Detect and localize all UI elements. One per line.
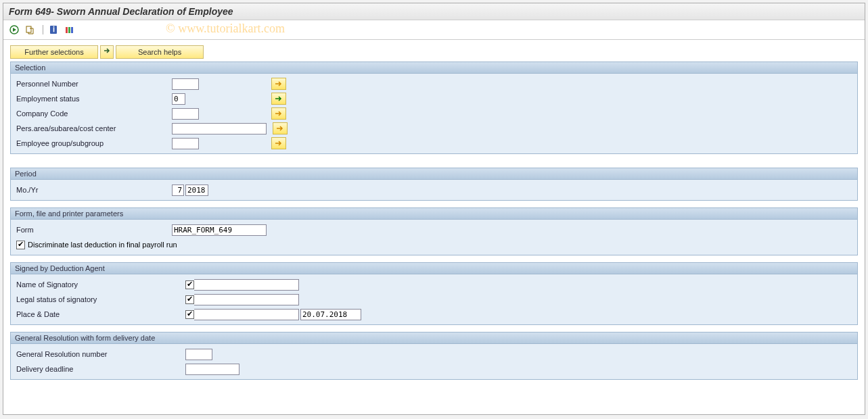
row-company-code: Company Code	[16, 106, 852, 121]
group-selection: Selection Personnel Number Employment st…	[10, 61, 858, 154]
sap-window: Form 649- Sworn Annual Declaration of Em…	[3, 3, 865, 415]
year-input[interactable]	[185, 184, 208, 196]
get-variant-icon[interactable]	[24, 24, 35, 35]
deadline-label: Delivery deadline	[16, 365, 185, 373]
arrow-small-button[interactable]	[100, 45, 114, 59]
emp-group-input[interactable]	[172, 138, 199, 149]
resolution-input[interactable]	[185, 349, 212, 360]
row-employment-status: Employment status	[16, 91, 852, 106]
group-selection-title: Selection	[11, 62, 857, 74]
deadline-input[interactable]	[185, 364, 239, 375]
row-signatory-legal: Legal status of signatory	[16, 292, 852, 307]
personnel-number-label: Personnel Number	[16, 80, 172, 88]
discriminate-label: Discriminate last deduction in final pay…	[28, 241, 177, 249]
personnel-number-multi-button[interactable]	[271, 78, 286, 90]
row-pers-area: Pers.area/subarea/cost center	[16, 121, 852, 136]
svg-rect-1	[26, 26, 31, 32]
execute-icon[interactable]	[9, 24, 20, 35]
personnel-number-input[interactable]	[172, 78, 199, 90]
row-moyr: Mo./Yr	[16, 182, 852, 197]
top-button-row: Further selections Search helps	[10, 45, 858, 59]
row-form: Form	[16, 222, 852, 237]
form-label: Form	[16, 226, 172, 234]
place-checkbox[interactable]	[185, 310, 194, 319]
place-input[interactable]	[194, 309, 299, 320]
watermark: © www.tutorialkart.com	[166, 22, 285, 36]
svg-rect-4	[66, 27, 68, 33]
group-period: Period Mo./Yr	[10, 168, 858, 201]
group-formparams: Form, file and printer parameters Form D…	[10, 207, 858, 255]
svg-rect-5	[68, 27, 70, 33]
place-date-label: Place & Date	[16, 310, 172, 318]
company-code-input[interactable]	[172, 108, 199, 120]
title-bar: Form 649- Sworn Annual Declaration of Em…	[3, 3, 865, 20]
resolution-label: General Resolution number	[16, 350, 185, 358]
signatory-name-input[interactable]	[194, 279, 299, 291]
signatory-legal-input[interactable]	[194, 294, 299, 305]
pers-area-multi-button[interactable]	[273, 122, 288, 134]
row-personnel-number: Personnel Number	[16, 76, 852, 91]
row-resolution-number: General Resolution number	[16, 347, 852, 362]
row-delivery-deadline: Delivery deadline	[16, 362, 852, 376]
svg-rect-6	[71, 27, 73, 33]
moyear-label: Mo./Yr	[16, 186, 172, 194]
emp-group-label: Employee group/subgroup	[16, 139, 172, 147]
discriminate-checkbox[interactable]	[16, 241, 25, 249]
month-input[interactable]	[172, 184, 184, 196]
company-code-multi-button[interactable]	[271, 107, 286, 120]
group-period-title: Period	[11, 168, 857, 180]
search-helps-button[interactable]: Search helps	[116, 45, 204, 59]
svg-text:ⅰ: ⅰ	[53, 25, 55, 33]
toolbar-separator	[43, 25, 43, 34]
date-input[interactable]	[300, 309, 361, 320]
settings-icon[interactable]	[64, 24, 74, 35]
pers-area-input[interactable]	[172, 123, 267, 134]
further-selections-button[interactable]: Further selections	[10, 45, 98, 59]
employment-status-input[interactable]	[172, 93, 185, 105]
group-formparams-title: Form, file and printer parameters	[11, 208, 857, 220]
pers-area-label: Pers.area/subarea/cost center	[16, 124, 172, 132]
emp-group-multi-button[interactable]	[271, 137, 286, 149]
signatory-legal-checkbox[interactable]	[185, 295, 194, 304]
row-signatory-name: Name of Signatory	[16, 277, 852, 292]
employment-status-label: Employment status	[16, 95, 172, 103]
signatory-legal-label: Legal status of signatory	[16, 295, 172, 303]
row-emp-group: Employee group/subgroup	[16, 136, 852, 151]
group-general: General Resolution with form delivery da…	[10, 332, 858, 380]
page-title: Form 649- Sworn Annual Declaration of Em…	[9, 6, 233, 17]
group-signed-title: Signed by Deduction Agent	[11, 263, 857, 274]
group-general-title: General Resolution with form delivery da…	[11, 332, 857, 344]
signatory-name-checkbox[interactable]	[185, 280, 194, 289]
row-discriminate: Discriminate last deduction in final pay…	[16, 237, 852, 252]
signatory-name-label: Name of Signatory	[16, 280, 172, 289]
company-code-label: Company Code	[16, 109, 172, 118]
employment-status-multi-button[interactable]	[271, 93, 286, 105]
form-input[interactable]	[172, 224, 267, 236]
row-place-date: Place & Date	[16, 307, 852, 322]
group-signed: Signed by Deduction Agent Name of Signat…	[10, 262, 858, 325]
info-icon[interactable]: ⅰ	[48, 24, 59, 35]
toolbar: ⅰ © www.tutorialkart.com	[3, 20, 865, 40]
form-content: Further selections Search helps Selectio…	[3, 40, 865, 392]
